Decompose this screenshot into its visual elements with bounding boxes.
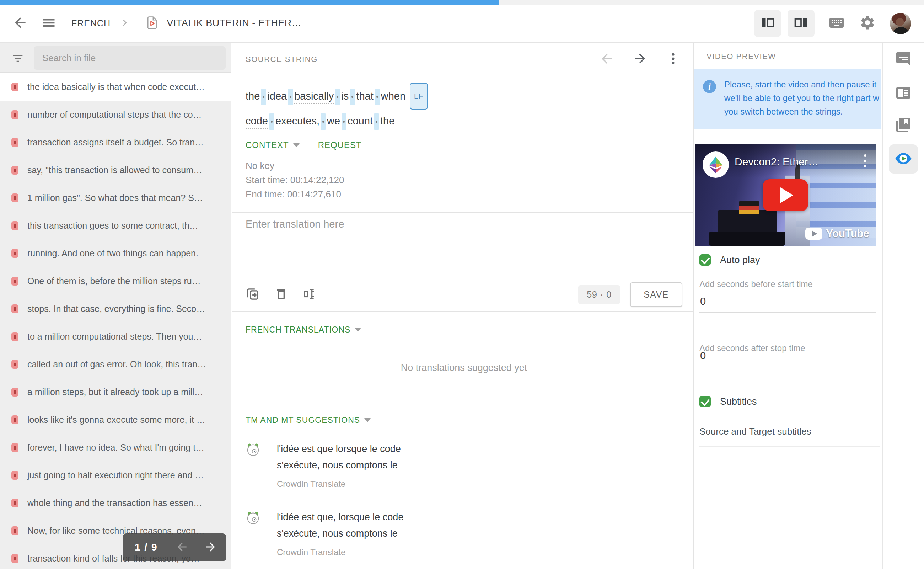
untranslated-status-icon: [11, 388, 18, 397]
suggestion-item[interactable]: l'idée est que, lorsque le code s'exécut…: [246, 509, 682, 557]
youtube-play-badge-icon: [805, 228, 822, 240]
untranslated-status-icon: [11, 110, 18, 119]
right-panel-layout-icon: [793, 15, 809, 32]
copy-source-button[interactable]: [246, 287, 260, 302]
arrow-right-icon: [633, 51, 648, 67]
string-list-item[interactable]: just going to halt execution right there…: [0, 461, 231, 489]
keyboard-shortcuts-button[interactable]: [828, 14, 845, 32]
strings-sidebar: the idea basically is that when code exe…: [0, 43, 231, 569]
video-preview-panel: VIDEO PREVIEW i Please, start the video …: [693, 43, 882, 569]
page-indicator: 1 / 9: [135, 542, 158, 553]
left-panel-layout-icon: [760, 15, 775, 32]
seconds-before-input[interactable]: [699, 294, 876, 313]
translation-input[interactable]: [246, 218, 682, 279]
settings-button[interactable]: [859, 15, 875, 32]
search-input[interactable]: [34, 46, 226, 70]
string-list-item[interactable]: a million steps, but it already took up …: [0, 378, 231, 406]
youtube-logo[interactable]: YouTube: [805, 227, 869, 240]
string-menu-button[interactable]: [666, 52, 680, 67]
untranslated-status-icon: [11, 471, 18, 480]
podium-base: [709, 231, 785, 246]
delete-translation-button[interactable]: [274, 287, 288, 302]
video-menu-icon[interactable]: [864, 154, 867, 170]
autoplay-toggle[interactable]: Auto play: [699, 254, 760, 266]
avatar[interactable]: [890, 13, 911, 34]
french-translations-header[interactable]: FRENCH TRANSLATIONS: [246, 325, 350, 335]
arrow-back-icon: [12, 15, 28, 32]
string-list-item[interactable]: the idea basically is that when code exe…: [0, 73, 231, 100]
video-preview-header: VIDEO PREVIEW: [707, 52, 882, 61]
german-flag: [739, 201, 759, 214]
space-marker: [269, 113, 274, 130]
right-toolbar: [882, 43, 924, 569]
chevron-right-icon: [118, 16, 131, 30]
untranslated-status-icon: [11, 360, 18, 369]
strings-list: the idea basically is that when code exe…: [0, 73, 231, 569]
toggle-left-panel-button[interactable]: [754, 10, 781, 37]
divider: [232, 311, 693, 312]
string-text: just going to halt execution right there…: [27, 470, 203, 481]
next-page-button[interactable]: [203, 540, 217, 555]
tab-request[interactable]: REQUEST: [318, 140, 362, 150]
untranslated-status-icon: [11, 166, 18, 175]
character-counter: 59 · 0: [578, 285, 620, 304]
video-preview-toggle-button[interactable]: [889, 145, 918, 173]
subtitles-toggle[interactable]: Subtitles: [699, 396, 757, 407]
chevron-down-icon: [293, 143, 300, 147]
checkbox-checked-icon: [699, 396, 711, 407]
suggestion-text: l'idée est que, lorsque le code s'exécut…: [277, 509, 404, 542]
string-list-item[interactable]: One of them is, before the million steps…: [0, 267, 231, 295]
comments-button[interactable]: [889, 46, 917, 73]
string-text: transaction assigns itself a budget. So …: [27, 137, 203, 148]
untranslated-status-icon: [11, 332, 18, 341]
string-text: this transaction goes to some contract, …: [27, 221, 198, 231]
string-text: called an out of gas error. Oh look, thi…: [27, 359, 206, 370]
string-list-item[interactable]: say, "this transaction is allowed to con…: [0, 156, 231, 184]
youtube-play-button[interactable]: [763, 179, 808, 211]
toggle-right-panel-button[interactable]: [787, 10, 815, 37]
next-string-button[interactable]: [633, 51, 648, 67]
checkbox-checked-icon: [699, 254, 711, 266]
string-list-item[interactable]: called an out of gas error. Oh look, thi…: [0, 350, 231, 378]
reader-mode-icon: [895, 84, 912, 102]
subtitles-mode-select[interactable]: Source and Target subtitles: [699, 426, 811, 437]
previous-string-button[interactable]: [599, 51, 614, 67]
keyboard-icon: [828, 14, 845, 32]
string-list-item[interactable]: stops. In that case, everything is fine.…: [0, 295, 231, 323]
space-marker: [288, 88, 293, 105]
string-list-item[interactable]: this transaction goes to some contract, …: [0, 211, 231, 239]
string-text: stops. In that case, everything is fine.…: [27, 304, 205, 314]
string-list-item[interactable]: transaction assigns itself a budget. So …: [0, 128, 231, 156]
progress-track: [0, 0, 924, 5]
context-reader-button[interactable]: [889, 79, 917, 107]
string-list-item[interactable]: forever, I have no idea. So what I'm goi…: [0, 434, 231, 461]
save-button[interactable]: SAVE: [630, 282, 682, 307]
suggestion-text: l'idée est que lorsque le code s'exécute…: [277, 441, 401, 473]
terms-button[interactable]: [889, 111, 917, 139]
seconds-after-input[interactable]: [699, 348, 876, 367]
youtube-video-thumbnail[interactable]: Devcon2: Ether… YouTube: [695, 145, 876, 246]
main-menu-button[interactable]: [41, 15, 56, 32]
string-list-item[interactable]: looks like it's gonna execute some more,…: [0, 406, 231, 434]
filter-button[interactable]: [11, 51, 25, 67]
back-button[interactable]: [12, 15, 28, 32]
tab-context[interactable]: CONTEXT: [246, 140, 289, 150]
string-list-item[interactable]: 1 million gas". So what does that mean? …: [0, 184, 231, 211]
space-marker: [321, 113, 326, 130]
previous-page-button[interactable]: [175, 540, 189, 555]
string-list-item[interactable]: whole thing and the transaction has esse…: [0, 489, 231, 517]
string-list-item[interactable]: to a million computational steps. Then y…: [0, 323, 231, 350]
copy-icon: [246, 287, 260, 302]
video-notice: i Please, start the video and then pause…: [695, 69, 882, 129]
tm-suggestions-header[interactable]: TM AND MT SUGGESTIONS: [246, 415, 360, 425]
before-start-label: Add seconds before start time: [699, 279, 813, 289]
info-icon: i: [703, 80, 716, 93]
breadcrumb-language[interactable]: FRENCH: [71, 18, 111, 29]
suggestion-item[interactable]: l'idée est que lorsque le code s'exécute…: [246, 441, 682, 489]
ethereum-logo[interactable]: [702, 152, 729, 178]
string-list-item[interactable]: running. And one of two things can happe…: [0, 239, 231, 267]
string-list-item[interactable]: number of computational steps that the c…: [0, 100, 231, 128]
clear-tags-button[interactable]: [302, 287, 317, 302]
file-title: VITALIK BUTERIN - ETHER…: [167, 18, 301, 29]
untranslated-status-icon: [11, 415, 18, 424]
